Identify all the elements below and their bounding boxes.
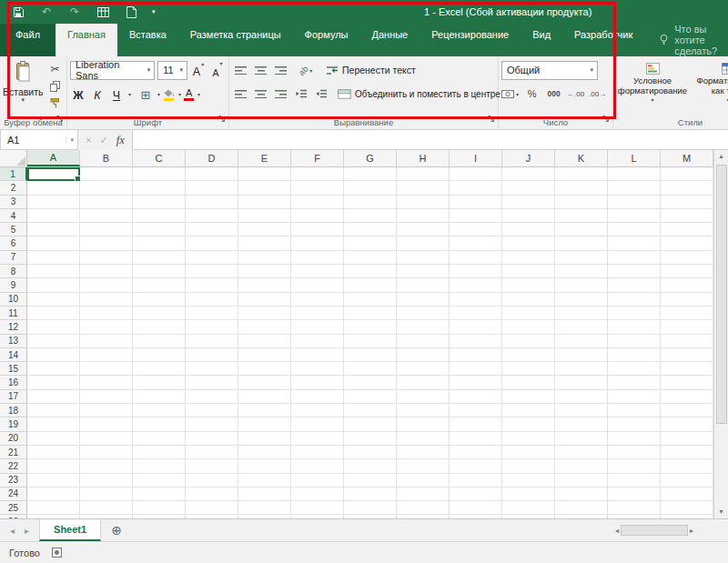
row-header-10[interactable]: 10 [0, 293, 27, 307]
cell-L6[interactable] [608, 236, 661, 250]
name-box[interactable]: A1 ▾ [0, 130, 78, 150]
cell-F21[interactable] [291, 446, 344, 459]
cell-D15[interactable] [186, 362, 238, 376]
cell-A21[interactable] [27, 446, 80, 459]
tab-home[interactable]: Главная [56, 24, 117, 56]
cell-I1[interactable] [450, 167, 502, 181]
cell-L24[interactable] [608, 488, 661, 501]
align-center-button[interactable] [252, 85, 269, 103]
select-all-corner[interactable] [0, 150, 27, 166]
cell-B18[interactable] [80, 404, 133, 417]
cell-M25[interactable] [661, 501, 713, 515]
cell-M5[interactable] [661, 223, 713, 236]
customize-qat-icon[interactable]: ▾ [152, 8, 156, 15]
cell-H4[interactable] [397, 209, 450, 223]
cell-I15[interactable] [450, 362, 502, 376]
cell-K15[interactable] [555, 362, 608, 376]
cell-G5[interactable] [344, 223, 397, 236]
row-header-3[interactable]: 3 [0, 196, 27, 209]
cell-L7[interactable] [608, 251, 661, 265]
cell-F10[interactable] [291, 293, 344, 307]
cell-H22[interactable] [397, 459, 450, 473]
cell-C13[interactable] [133, 335, 186, 348]
cell-G9[interactable] [344, 278, 397, 292]
cell-F22[interactable] [291, 459, 344, 473]
tab-insert[interactable]: Вставка [117, 24, 178, 56]
cell-I5[interactable] [450, 223, 502, 236]
cell-A7[interactable] [27, 251, 80, 265]
cell-G3[interactable] [344, 196, 397, 209]
cell-F24[interactable] [291, 488, 344, 501]
conditional-formatting-button[interactable]: Условное форматирование ▾ [616, 59, 689, 104]
cell-B15[interactable] [80, 362, 133, 376]
cell-F5[interactable] [291, 223, 344, 236]
accounting-format-button[interactable]: ▾ [501, 85, 519, 103]
shrink-font-button[interactable]: А▾ [209, 61, 226, 79]
cell-G7[interactable] [344, 251, 397, 265]
row-header-25[interactable]: 25 [0, 501, 27, 515]
cell-G22[interactable] [344, 459, 397, 473]
scroll-right-icon[interactable]: ▸ [690, 527, 693, 535]
cell-B22[interactable] [80, 459, 133, 473]
cell-H10[interactable] [397, 293, 450, 307]
cell-C14[interactable] [133, 348, 186, 362]
cell-H14[interactable] [397, 348, 450, 362]
save-icon[interactable] [11, 5, 25, 19]
cell-B24[interactable] [80, 488, 133, 501]
cell-D14[interactable] [186, 348, 238, 362]
row-header-23[interactable]: 23 [0, 474, 27, 488]
cell-A5[interactable] [27, 223, 80, 236]
cell-K25[interactable] [555, 501, 608, 515]
cell-A3[interactable] [27, 196, 80, 209]
table-icon[interactable] [96, 5, 110, 19]
cell-B25[interactable] [80, 501, 133, 515]
cell-L2[interactable] [608, 181, 661, 195]
cell-K2[interactable] [555, 181, 608, 195]
cell-L5[interactable] [608, 223, 661, 236]
column-header-J[interactable]: J [502, 150, 555, 166]
row-header-20[interactable]: 20 [0, 432, 27, 446]
row-header-7[interactable]: 7 [0, 251, 27, 265]
cell-L20[interactable] [608, 432, 661, 446]
cell-M14[interactable] [661, 348, 713, 362]
cell-A14[interactable] [27, 348, 80, 362]
cell-I8[interactable] [450, 265, 502, 278]
cell-G25[interactable] [344, 501, 397, 515]
cell-H25[interactable] [397, 501, 450, 515]
cell-F1[interactable] [291, 167, 344, 181]
cell-G6[interactable] [344, 236, 397, 250]
column-header-G[interactable]: G [344, 150, 397, 166]
cell-C16[interactable] [133, 376, 186, 389]
cell-B13[interactable] [80, 335, 133, 348]
cell-L25[interactable] [608, 501, 661, 515]
cell-E1[interactable] [238, 167, 291, 181]
cell-M19[interactable] [661, 417, 713, 431]
cell-M7[interactable] [661, 251, 713, 265]
cell-M11[interactable] [661, 307, 713, 320]
cell-J22[interactable] [502, 459, 555, 473]
cell-E17[interactable] [238, 390, 291, 404]
tab-review[interactable]: Рецензирование [420, 24, 521, 56]
cell-M10[interactable] [661, 293, 713, 307]
align-left-button[interactable] [232, 85, 249, 103]
cell-J23[interactable] [502, 474, 555, 488]
cell-E12[interactable] [238, 320, 291, 334]
cell-C19[interactable] [133, 417, 186, 431]
cell-J3[interactable] [502, 196, 555, 209]
cell-E10[interactable] [238, 293, 291, 307]
row-header-9[interactable]: 9 [0, 278, 27, 292]
cell-B19[interactable] [80, 417, 133, 431]
cell-C4[interactable] [133, 209, 186, 223]
cell-A13[interactable] [27, 335, 80, 348]
cell-G2[interactable] [344, 181, 397, 195]
cell-I18[interactable] [450, 404, 502, 417]
cell-H1[interactable] [397, 167, 450, 181]
cell-H13[interactable] [397, 335, 450, 348]
cell-C8[interactable] [133, 265, 186, 278]
cell-D23[interactable] [186, 474, 238, 488]
cell-H21[interactable] [397, 446, 450, 459]
cell-I25[interactable] [450, 501, 502, 515]
cell-L1[interactable] [608, 167, 661, 181]
cell-L21[interactable] [608, 446, 661, 459]
cell-G24[interactable] [344, 488, 397, 501]
